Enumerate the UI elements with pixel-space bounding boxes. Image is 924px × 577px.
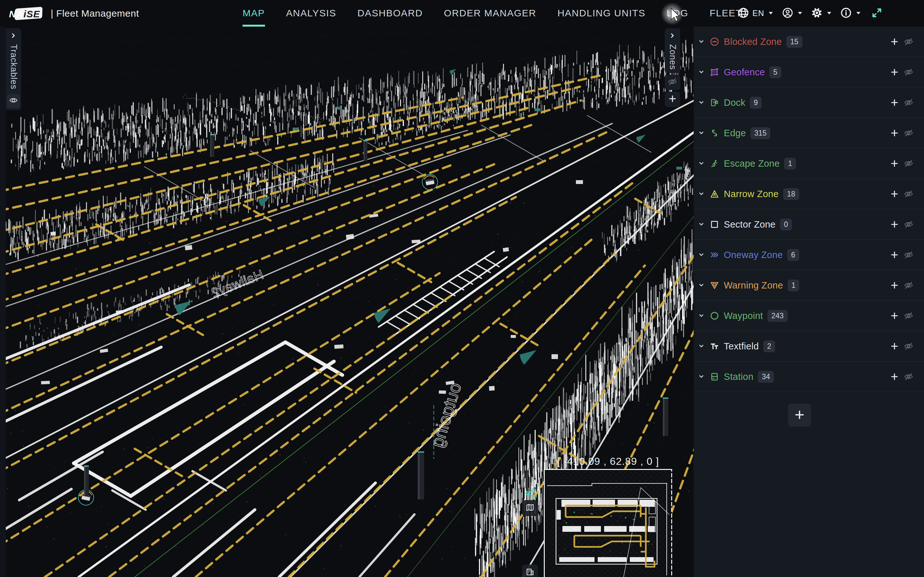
cursor-coordinates: [ -410.09 , 62.89 , 0 ] bbox=[542, 456, 674, 467]
map-style-button[interactable] bbox=[522, 500, 538, 516]
trackables-visibility-button[interactable] bbox=[7, 94, 20, 108]
trackables-panel-tab[interactable]: Trackables bbox=[6, 28, 21, 110]
minimap[interactable] bbox=[544, 469, 672, 577]
row-expand-chevron-down-icon[interactable] bbox=[696, 38, 707, 45]
building-icon bbox=[525, 567, 535, 577]
sector-icon bbox=[709, 219, 720, 230]
zone-add-button[interactable] bbox=[887, 311, 901, 320]
zone-count-badge: 9 bbox=[750, 97, 762, 109]
row-expand-chevron-down-icon[interactable] bbox=[696, 68, 707, 76]
zone-add-button[interactable] bbox=[887, 189, 901, 198]
zone-visibility-button[interactable] bbox=[901, 189, 916, 199]
zone-visibility-button[interactable] bbox=[901, 67, 916, 77]
add-zone-type-button[interactable] bbox=[788, 404, 811, 427]
gear-icon bbox=[811, 7, 822, 20]
account-control[interactable] bbox=[780, 7, 804, 20]
zone-add-button[interactable] bbox=[887, 372, 901, 381]
zone-add-button[interactable] bbox=[887, 37, 901, 46]
language-code: EN bbox=[752, 9, 764, 18]
zone-type-label: Waypoint bbox=[724, 311, 763, 321]
naise-logo: NAiSE bbox=[9, 6, 42, 21]
settings-control[interactable] bbox=[809, 7, 834, 20]
nav-tabs: MAPANALYSISDASHBOARDORDER MANAGERHANDLIN… bbox=[242, 0, 742, 27]
chevron-down-icon bbox=[856, 11, 861, 16]
row-expand-chevron-down-icon[interactable] bbox=[696, 160, 707, 167]
fullscreen-button[interactable] bbox=[871, 7, 883, 20]
row-expand-chevron-down-icon[interactable] bbox=[696, 99, 707, 106]
zone-count-badge: 243 bbox=[767, 310, 787, 322]
app-root: NAiSE | Fleet Management MAPANALYSISDASH… bbox=[0, 0, 924, 577]
zone-count-badge: 1 bbox=[784, 158, 796, 169]
zone-visibility-button[interactable] bbox=[901, 98, 916, 107]
brand: NAiSE | Fleet Management bbox=[9, 0, 139, 27]
row-expand-chevron-down-icon[interactable] bbox=[696, 251, 707, 259]
zone-row-blocked-zone[interactable]: Blocked Zone 15 bbox=[694, 27, 924, 57]
zone-add-button[interactable] bbox=[887, 342, 901, 351]
share-nodes-button[interactable] bbox=[524, 487, 537, 499]
zone-row-edge[interactable]: Edge 315 bbox=[694, 118, 924, 148]
zone-row-oneway-zone[interactable]: Oneway Zone 6 bbox=[694, 240, 924, 270]
zone-visibility-button[interactable] bbox=[901, 128, 916, 138]
row-expand-chevron-down-icon[interactable] bbox=[696, 342, 707, 350]
building-levels-button[interactable] bbox=[522, 564, 538, 577]
row-expand-chevron-down-icon[interactable] bbox=[696, 129, 707, 137]
zone-row-sector-zone[interactable]: Sector Zone 0 bbox=[694, 210, 924, 240]
edge-icon bbox=[709, 127, 720, 139]
nav-tab-dashboard[interactable]: DASHBOARD bbox=[357, 0, 423, 27]
zone-count-badge: 6 bbox=[787, 249, 799, 261]
info-control[interactable] bbox=[838, 7, 863, 20]
zone-row-warning-zone[interactable]: Warning Zone 1 bbox=[694, 270, 924, 301]
row-expand-chevron-down-icon[interactable] bbox=[696, 221, 707, 228]
zone-type-label: Station bbox=[724, 372, 753, 382]
zone-visibility-button[interactable] bbox=[901, 37, 916, 47]
zones-panel-tab[interactable]: Zones bbox=[665, 28, 680, 73]
zone-add-button[interactable] bbox=[887, 68, 901, 77]
info-icon bbox=[840, 7, 852, 20]
plus-icon bbox=[668, 94, 677, 105]
zone-add-button[interactable] bbox=[887, 281, 901, 290]
logo-text: NAiSE bbox=[9, 9, 40, 19]
nav-tab-log[interactable]: LOG bbox=[667, 0, 688, 27]
zone-visibility-button[interactable] bbox=[901, 372, 916, 382]
zone-visibility-button[interactable] bbox=[901, 159, 916, 168]
zone-visibility-button[interactable] bbox=[901, 311, 916, 321]
globe-icon bbox=[738, 7, 749, 20]
app-title: | Fleet Management bbox=[51, 8, 139, 19]
zone-visibility-button[interactable] bbox=[901, 250, 916, 259]
nav-tab-map[interactable]: MAP bbox=[242, 0, 265, 27]
nav-right-controls: EN bbox=[736, 0, 883, 27]
zone-type-label: Warning Zone bbox=[724, 280, 783, 291]
language-globe-control[interactable]: EN bbox=[736, 7, 775, 20]
zone-row-geofence[interactable]: Geofence 5 bbox=[694, 57, 924, 87]
nav-tab-handling-units[interactable]: HANDLING UNITS bbox=[557, 0, 645, 27]
nav-tab-analysis[interactable]: ANALYSIS bbox=[286, 0, 336, 27]
chevron-right-icon bbox=[10, 32, 17, 41]
zone-visibility-button[interactable] bbox=[901, 280, 916, 290]
row-expand-chevron-down-icon[interactable] bbox=[696, 282, 707, 289]
row-expand-chevron-down-icon[interactable] bbox=[696, 190, 707, 198]
nav-tab-order-manager[interactable]: ORDER MANAGER bbox=[444, 0, 536, 27]
zone-row-escape-zone[interactable]: Escape Zone 1 bbox=[694, 148, 924, 179]
zone-row-textfield[interactable]: Textfield 2 bbox=[694, 331, 924, 362]
row-expand-chevron-down-icon[interactable] bbox=[696, 373, 707, 380]
zone-add-button[interactable] bbox=[887, 220, 901, 229]
zone-count-badge: 2 bbox=[763, 340, 775, 352]
zone-row-dock[interactable]: Dock 9 bbox=[694, 87, 924, 118]
zones-add-button[interactable] bbox=[665, 92, 680, 107]
waypoint-icon bbox=[709, 310, 720, 321]
zone-add-button[interactable] bbox=[887, 98, 901, 107]
zone-add-button[interactable] bbox=[887, 129, 901, 137]
zone-add-button[interactable] bbox=[887, 159, 901, 168]
zones-visibility-button[interactable] bbox=[665, 75, 680, 90]
zone-visibility-button[interactable] bbox=[901, 219, 916, 229]
zone-count-badge: 315 bbox=[750, 127, 771, 139]
row-expand-chevron-down-icon[interactable] bbox=[696, 312, 707, 319]
zone-row-waypoint[interactable]: Waypoint 243 bbox=[694, 301, 924, 331]
zone-row-station[interactable]: Station 34 bbox=[694, 362, 924, 392]
zone-row-narrow-zone[interactable]: Narrow Zone 18 bbox=[694, 179, 924, 210]
dock-icon bbox=[709, 97, 720, 108]
zone-visibility-button[interactable] bbox=[901, 342, 916, 351]
folded-map-icon bbox=[525, 503, 535, 514]
map-viewport[interactable]: Hallway2outgoing Trackables Zones [ -410… bbox=[0, 27, 694, 577]
zone-add-button[interactable] bbox=[887, 250, 901, 259]
